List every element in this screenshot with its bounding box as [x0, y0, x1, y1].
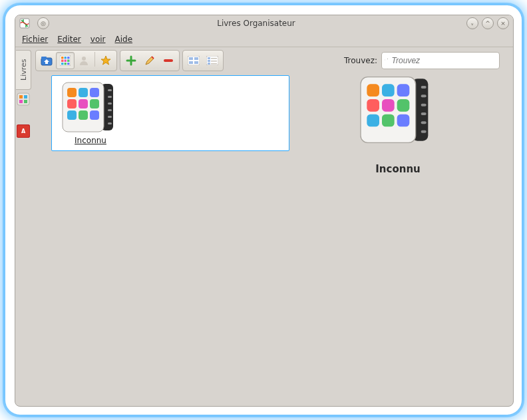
svg-rect-31	[211, 61, 217, 62]
svg-rect-14	[65, 60, 67, 63]
home-folder-icon	[41, 55, 53, 66]
plus-icon	[126, 55, 136, 66]
svg-rect-33	[211, 63, 217, 65]
svg-rect-42	[108, 116, 112, 118]
svg-rect-16	[61, 63, 64, 65]
minus-icon	[163, 57, 174, 64]
icons-view-button[interactable]	[184, 52, 203, 69]
svg-rect-12	[67, 57, 70, 59]
svg-rect-1	[17, 93, 29, 105]
svg-rect-41	[108, 109, 112, 111]
svg-rect-10	[61, 57, 64, 59]
list-view-button[interactable]	[203, 52, 222, 69]
book-icon	[61, 81, 120, 133]
close-button[interactable]: ×	[497, 17, 509, 29]
svg-rect-24	[194, 57, 198, 60]
menubar: Fichier Editer voir Aide	[15, 32, 513, 47]
book-list-pane[interactable]: Inconnu	[51, 75, 289, 151]
svg-rect-11	[65, 57, 67, 59]
add-button[interactable]	[122, 52, 140, 69]
search-box[interactable]	[381, 52, 500, 69]
svg-rect-48	[67, 99, 77, 108]
svg-rect-43	[108, 122, 112, 124]
svg-rect-68	[367, 114, 379, 127]
grid-view-button[interactable]	[56, 52, 75, 69]
titlebar: ◎ Livres Organisateur ᵥ ^ ×	[15, 15, 513, 32]
svg-rect-32	[208, 63, 210, 65]
side-tab-livres[interactable]: Livres	[16, 50, 31, 90]
svg-rect-40	[108, 103, 112, 105]
svg-rect-59	[421, 121, 427, 124]
icons-view-icon	[188, 56, 200, 65]
search-input[interactable]	[391, 55, 494, 66]
svg-rect-52	[79, 110, 88, 120]
svg-rect-50	[90, 99, 99, 108]
svg-rect-18	[67, 63, 70, 65]
menu-aide[interactable]: Aide	[115, 35, 133, 44]
side-tab-strip: Livres A	[15, 49, 31, 138]
pencil-icon	[144, 55, 155, 66]
svg-rect-63	[382, 84, 395, 97]
titlebar-extra-button[interactable]: ◎	[37, 17, 49, 29]
person-button[interactable]	[75, 52, 93, 69]
book-item-label: Inconnu	[75, 136, 106, 145]
menu-voir[interactable]: voir	[90, 35, 106, 44]
app-icon	[19, 18, 30, 29]
svg-rect-65	[367, 99, 379, 112]
favorite-button[interactable]	[96, 52, 115, 69]
svg-rect-58	[421, 112, 427, 115]
remove-button[interactable]	[159, 52, 178, 69]
detail-book-icon	[359, 75, 437, 144]
svg-marker-20	[101, 56, 110, 65]
svg-rect-25	[189, 61, 193, 64]
svg-rect-2	[19, 95, 23, 99]
minimize-button[interactable]: ᵥ	[466, 17, 478, 29]
svg-rect-15	[67, 60, 70, 63]
svg-rect-7	[41, 57, 47, 59]
side-tab-small-icon[interactable]	[17, 93, 30, 106]
svg-rect-55	[421, 86, 427, 89]
app-window: ◎ Livres Organisateur ᵥ ^ × Fichier Edit…	[15, 15, 514, 407]
detail-pane: Inconnu	[293, 75, 502, 175]
svg-rect-51	[67, 110, 77, 120]
list-view-icon	[206, 56, 218, 65]
svg-rect-53	[90, 110, 99, 120]
svg-rect-38	[108, 89, 112, 91]
svg-rect-39	[108, 96, 112, 98]
svg-rect-69	[382, 114, 395, 127]
svg-rect-21	[164, 59, 173, 62]
svg-rect-67	[397, 99, 410, 112]
svg-rect-3	[24, 95, 27, 99]
svg-rect-64	[397, 84, 410, 97]
svg-rect-56	[421, 95, 427, 97]
side-tab-pdf-icon[interactable]: A	[17, 124, 30, 138]
search-label: Trouvez:	[344, 56, 377, 65]
menu-editer[interactable]: Editer	[57, 35, 81, 44]
maximize-button[interactable]: ^	[482, 17, 494, 29]
home-button[interactable]	[37, 52, 56, 69]
svg-rect-5	[24, 100, 27, 103]
window-title: Livres Organisateur	[49, 19, 463, 28]
menu-fichier[interactable]: Fichier	[22, 35, 48, 44]
svg-rect-30	[208, 60, 210, 62]
star-icon	[100, 55, 111, 66]
svg-point-19	[82, 57, 86, 61]
svg-rect-46	[79, 88, 88, 97]
svg-rect-62	[367, 84, 379, 97]
svg-rect-29	[211, 58, 217, 59]
svg-rect-47	[90, 88, 99, 97]
svg-rect-17	[65, 63, 67, 65]
svg-rect-57	[421, 104, 427, 106]
svg-rect-45	[67, 88, 77, 97]
svg-rect-49	[79, 99, 88, 108]
person-icon	[79, 55, 89, 66]
svg-rect-70	[397, 114, 410, 127]
svg-rect-26	[194, 61, 198, 64]
book-item[interactable]: Inconnu	[57, 81, 124, 145]
svg-rect-23	[189, 57, 193, 60]
svg-rect-60	[421, 130, 427, 133]
svg-rect-13	[61, 60, 64, 63]
svg-rect-66	[382, 99, 395, 112]
svg-rect-4	[19, 100, 23, 103]
edit-button[interactable]	[140, 52, 159, 69]
